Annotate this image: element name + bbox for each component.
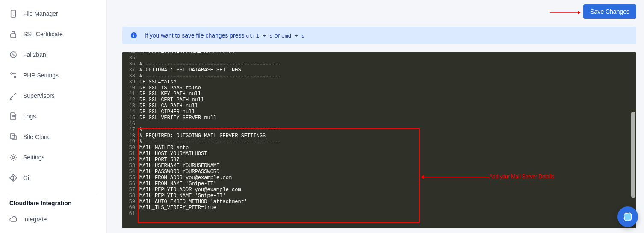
svg-rect-2 <box>11 34 16 38</box>
sidebar-item-integrate[interactable]: Integrate <box>0 209 106 230</box>
sidebar-item-label: Fail2ban <box>23 51 46 58</box>
svg-line-4 <box>11 53 15 57</box>
svg-rect-26 <box>624 213 632 221</box>
gear-icon <box>9 153 17 161</box>
sidebar-item-git[interactable]: Git <box>0 168 106 188</box>
sidebar-item-settings[interactable]: Settings <box>0 147 106 168</box>
sidebar-item-site-clone[interactable]: Site Clone <box>0 127 106 147</box>
copy-icon <box>9 133 17 141</box>
sidebar-item-label: File Manager <box>23 10 58 17</box>
file-text-icon <box>9 112 17 120</box>
sidebar-item-label: Integrate <box>23 216 47 223</box>
annotation-mail-label: Add your Mail Server Details <box>489 174 554 180</box>
info-icon <box>130 32 138 39</box>
editor-gutter: 3435363738394041424344454647484950515253… <box>122 52 138 228</box>
sidebar-item-php-settings[interactable]: PHP Settings <box>0 65 106 86</box>
info-banner: If you want to save file changes press c… <box>122 27 636 44</box>
sidebar-item-label: Settings <box>23 154 45 161</box>
editor-scrollbar[interactable] <box>631 112 635 198</box>
sidebar-divider <box>9 192 98 192</box>
sidebar-section-cloudflare: Cloudflare Integration <box>0 195 106 209</box>
sidebar-item-label: Supervisors <box>23 92 55 99</box>
svg-point-15 <box>13 176 14 177</box>
svg-point-22 <box>133 34 134 35</box>
svg-point-5 <box>11 73 12 74</box>
annotation-arrow-mail <box>421 174 489 180</box>
sidebar-item-label: Site Clone <box>23 133 51 140</box>
sidebar-item-logs[interactable]: Logs <box>0 106 106 127</box>
sidebar-item-ssl[interactable]: SSL Certificate <box>0 24 106 44</box>
sidebar-item-fail2ban[interactable]: Fail2ban <box>0 44 106 65</box>
sidebar-item-label: Logs <box>23 113 36 120</box>
sidebar-item-label: PHP Settings <box>23 72 59 79</box>
main-content: Save Changes If you want to save file ch… <box>107 0 644 233</box>
svg-point-7 <box>14 76 16 78</box>
svg-point-16 <box>13 179 14 180</box>
ban-icon <box>9 51 17 59</box>
sidebar-item-file-manager[interactable]: File Manager <box>0 3 106 24</box>
save-button[interactable]: Save Changes <box>583 4 636 19</box>
svg-point-14 <box>12 156 15 159</box>
sidebar-item-label: Git <box>23 174 31 181</box>
svg-marker-23 <box>421 175 424 179</box>
svg-rect-12 <box>12 136 16 140</box>
sidebar: File Manager SSL Certificate Fail2ban PH… <box>0 0 107 233</box>
git-icon <box>9 174 17 182</box>
device-icon <box>9 10 17 18</box>
sidebar-item-supervisors[interactable]: Supervisors <box>0 86 106 106</box>
svg-rect-21 <box>133 35 134 37</box>
sidebar-item-label: SSL Certificate <box>23 31 63 38</box>
svg-rect-13 <box>10 134 15 138</box>
code-editor[interactable]: 3435363738394041424344454647484950515253… <box>122 52 636 228</box>
lock-icon <box>9 30 17 38</box>
tools-icon <box>9 92 17 100</box>
editor-code[interactable]: DB_COLLATION=utf8mb4_unicode_ci# -------… <box>139 53 636 217</box>
toolbar: Save Changes <box>122 0 636 23</box>
help-fab[interactable] <box>617 206 638 227</box>
cloud-icon <box>9 215 17 223</box>
info-banner-text: If you want to save file changes press c… <box>145 32 305 39</box>
sliders-icon <box>9 71 17 79</box>
